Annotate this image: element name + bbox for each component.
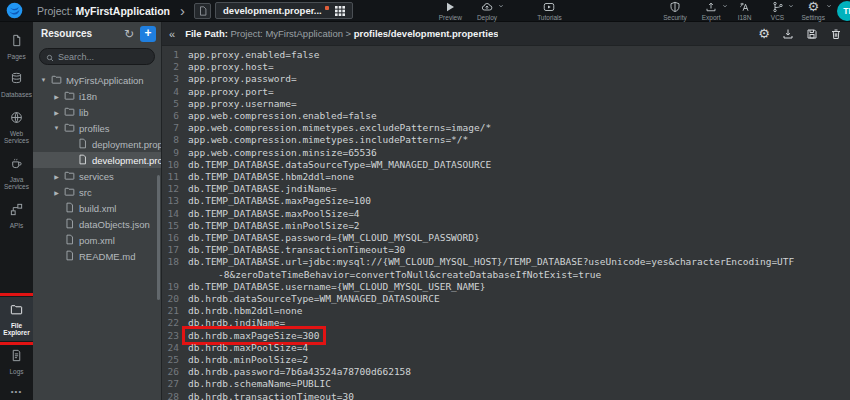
line-number: 14 bbox=[162, 208, 188, 220]
api-icon bbox=[10, 202, 23, 220]
tree-item-label: development.properties bbox=[92, 155, 161, 166]
tree-item-dataobjects-json[interactable]: dataObjects.json bbox=[33, 216, 161, 232]
caret-collapsed-icon[interactable]: ▶ bbox=[53, 189, 60, 196]
code-line[interactable]: 3app.proxy.password= bbox=[162, 73, 850, 85]
download-icon[interactable] bbox=[782, 28, 794, 40]
code-line[interactable]: 15db.TEMP_DATABASE.minPoolSize=2 bbox=[162, 220, 850, 232]
code-line-continuation[interactable]: -8&zeroDateTimeBehavior=convertToNull&cr… bbox=[162, 269, 850, 281]
preview-button[interactable]: Preview bbox=[439, 1, 462, 21]
code-line[interactable]: 10db.TEMP_DATABASE.dataSourceType=WM_MAN… bbox=[162, 159, 850, 171]
tree-item-build-xml[interactable]: build.xml bbox=[33, 200, 161, 216]
tree-item-i18n[interactable]: ▶i18n bbox=[33, 88, 161, 104]
rail-item-pages[interactable]: Pages bbox=[0, 28, 33, 64]
tree-item-readme-md[interactable]: README.md bbox=[33, 248, 161, 264]
file-tab-icon-button[interactable] bbox=[194, 3, 211, 19]
tree-item-profiles[interactable]: ▼profiles bbox=[33, 120, 161, 136]
chevron-right-icon[interactable]: › bbox=[180, 3, 185, 18]
rail-item-logs[interactable]: Logs bbox=[0, 343, 33, 379]
resources-scrollbar[interactable] bbox=[157, 175, 160, 300]
rail-item-databases[interactable]: Databases bbox=[0, 66, 33, 102]
code-line[interactable]: 14db.TEMP_DATABASE.maxPoolSize=4 bbox=[162, 208, 850, 220]
rail-item-web-services[interactable]: Web Services bbox=[0, 105, 33, 149]
overflow-menu-icon[interactable]: ••• bbox=[11, 387, 22, 396]
export-button[interactable]: Export bbox=[702, 1, 721, 21]
security-button[interactable]: Security bbox=[663, 1, 686, 21]
tree-item-myfirstapplication[interactable]: ▼MyFirstApplication bbox=[33, 72, 161, 88]
code-line[interactable]: 21db.hrdb.hbm2ddl=none bbox=[162, 305, 850, 317]
code-line[interactable]: 13db.TEMP_DATABASE.maxPageSize=100 bbox=[162, 195, 850, 207]
deploy-label: Deploy bbox=[477, 14, 497, 21]
caret-collapsed-icon[interactable]: ▶ bbox=[53, 93, 60, 100]
refresh-icon[interactable]: ↻ bbox=[124, 28, 134, 40]
tutorials-button[interactable]: Tutorials bbox=[537, 1, 562, 21]
grid-icon[interactable] bbox=[335, 6, 345, 16]
file-path-prefix: File Path: bbox=[185, 28, 228, 39]
delete-icon[interactable] bbox=[830, 28, 842, 40]
folder-icon bbox=[64, 90, 75, 103]
line-number: 12 bbox=[162, 183, 188, 195]
code-line[interactable]: 11db.TEMP_DATABASE.hbm2ddl=none bbox=[162, 171, 850, 183]
code-line[interactable]: 8app.web.compression.mimetypes.includePa… bbox=[162, 134, 850, 146]
collapse-panel-icon[interactable]: « bbox=[165, 28, 179, 40]
tree-item-services[interactable]: ▶services bbox=[33, 168, 161, 184]
code-line[interactable]: 6app.web.compression.enabled=false bbox=[162, 110, 850, 122]
line-number: 10 bbox=[162, 159, 188, 171]
code-line[interactable]: 23db.hrdb.maxPageSize=300 bbox=[162, 330, 850, 342]
vcs-button[interactable]: VCS bbox=[769, 1, 787, 21]
code-line[interactable]: 2app.proxy.host= bbox=[162, 61, 850, 73]
code-line[interactable]: 17db.TEMP_DATABASE.transactionTimeout=30 bbox=[162, 244, 850, 256]
code-line[interactable]: 25db.hrdb.minPoolSize=2 bbox=[162, 354, 850, 366]
tree-item-lib[interactable]: ▶lib bbox=[33, 104, 161, 120]
rail-item-java-services[interactable]: Java Services bbox=[0, 151, 33, 195]
editor-pane: « File Path: Project: MyFirstApplication… bbox=[162, 22, 850, 400]
caret-collapsed-icon[interactable]: ▶ bbox=[53, 109, 60, 116]
code-line[interactable]: 9app.web.compression.minsize=65536 bbox=[162, 147, 850, 159]
caret-expanded-icon[interactable]: ▼ bbox=[40, 77, 47, 83]
wavemaker-logo-icon[interactable] bbox=[6, 2, 23, 19]
code-line[interactable]: 12db.TEMP_DATABASE.jndiName= bbox=[162, 183, 850, 195]
avatar[interactable]: TI bbox=[837, 1, 850, 21]
i18n-button[interactable]: I18N bbox=[736, 1, 754, 21]
caret-down-icon[interactable] bbox=[826, 3, 832, 9]
code-line[interactable]: 24db.hrdb.maxPoolSize=4 bbox=[162, 342, 850, 354]
caret-down-icon[interactable] bbox=[722, 3, 728, 9]
caret-collapsed-icon[interactable]: ▶ bbox=[53, 173, 60, 180]
caret-down-icon[interactable] bbox=[498, 3, 504, 9]
code-editor[interactable]: 1app.proxy.enabled=false2app.proxy.host=… bbox=[162, 46, 850, 400]
code-line[interactable]: 18db.TEMP_DATABASE.url=jdbc:mysql://{WM_… bbox=[162, 256, 850, 268]
code-line[interactable]: 22db.hrdb.jndiName= bbox=[162, 317, 850, 329]
rail-item-file-explorer[interactable]: File Explorer bbox=[0, 297, 33, 341]
caret-expanded-icon[interactable]: ▼ bbox=[53, 125, 60, 131]
line-number: 18 bbox=[162, 256, 188, 268]
topbar-actions-tools: SecurityExportI18NVCS⚙Settings bbox=[663, 1, 825, 21]
code-line[interactable]: 16db.TEMP_DATABASE.password={WM_CLOUD_MY… bbox=[162, 232, 850, 244]
code-line[interactable]: 27db.hrdb.schemaName=PUBLIC bbox=[162, 378, 850, 390]
code-line[interactable]: 20db.hrdb.dataSourceType=WM_MANAGED_DATA… bbox=[162, 293, 850, 305]
tree-item-label: lib bbox=[79, 107, 89, 118]
caret-down-icon[interactable] bbox=[788, 3, 794, 9]
save-icon[interactable] bbox=[806, 28, 818, 40]
search-input[interactable] bbox=[58, 52, 148, 62]
code-line[interactable]: 1app.proxy.enabled=false bbox=[162, 49, 850, 61]
tab-development-properties[interactable]: development.proper... bbox=[215, 2, 353, 19]
settings-button[interactable]: ⚙Settings bbox=[802, 1, 826, 21]
main-area: PagesDatabasesWeb ServicesJava ServicesA… bbox=[0, 22, 850, 400]
code-line[interactable]: 26db.hrdb.password=7b6a43524a78700d66215… bbox=[162, 366, 850, 378]
editor-settings-icon[interactable]: ⚙ bbox=[758, 27, 770, 40]
code-text: app.web.compression.mimetypes.includePat… bbox=[188, 134, 468, 146]
add-resource-button[interactable]: + bbox=[140, 26, 156, 42]
line-number: 17 bbox=[162, 244, 188, 256]
tree-item-pom-xml[interactable]: pom.xml bbox=[33, 232, 161, 248]
cloud-upload-icon bbox=[481, 1, 493, 13]
rail-item-apis[interactable]: APIs bbox=[0, 197, 33, 233]
export-label: Export bbox=[702, 14, 721, 21]
deploy-button[interactable]: Deploy bbox=[477, 1, 497, 21]
tree-item-src[interactable]: ▶src bbox=[33, 184, 161, 200]
tree-item-deployment-properties[interactable]: deployment.properties bbox=[33, 136, 161, 152]
tree-item-development-properties[interactable]: development.properties bbox=[33, 152, 161, 168]
code-line[interactable]: 28db.hrdb.transactionTimeout=30 bbox=[162, 391, 850, 400]
code-line[interactable]: 5app.proxy.username= bbox=[162, 98, 850, 110]
code-line[interactable]: 7app.web.compression.mimetypes.excludePa… bbox=[162, 122, 850, 134]
code-line[interactable]: 4app.proxy.port= bbox=[162, 86, 850, 98]
code-line[interactable]: 19db.TEMP_DATABASE.username={WM_CLOUD_MY… bbox=[162, 281, 850, 293]
